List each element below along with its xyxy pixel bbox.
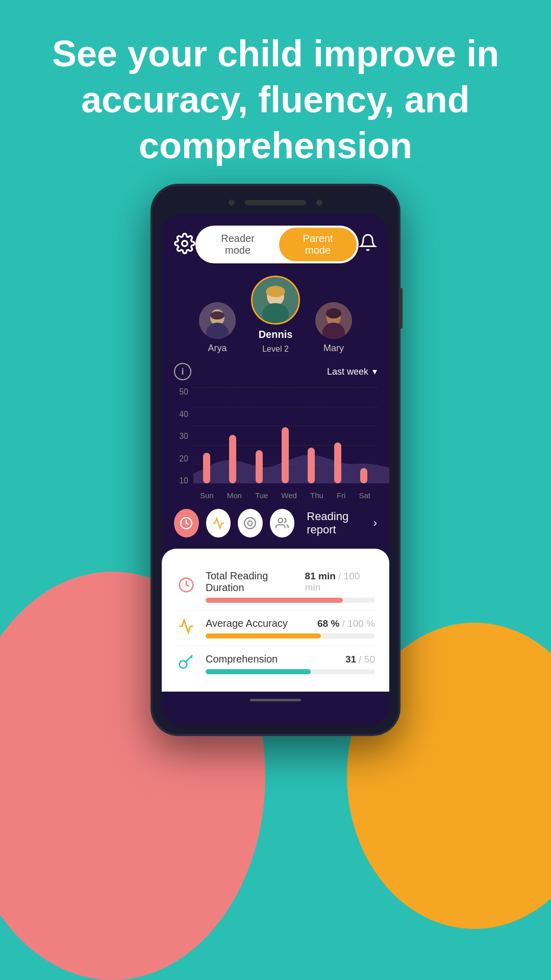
stat-value-duration: 81 min / 100 min (305, 571, 375, 593)
bar-sat (360, 468, 367, 483)
stat-title-row-duration: Total Reading Duration 81 min / 100 min (206, 570, 375, 594)
stat-current-duration: 81 min (305, 571, 336, 581)
stat-accuracy: Average Accuracy 68 % / 100 % (176, 610, 375, 646)
bar-thu-fill (308, 448, 315, 483)
hero-section: See your child improve in accuracy, flue… (31, 31, 520, 168)
svg-line-19 (186, 655, 192, 662)
svg-point-8 (266, 286, 285, 298)
chevron-down-icon: ▾ (372, 366, 377, 377)
y-label-40: 40 (174, 410, 188, 419)
stat-value-comprehension: 31 / 50 (345, 654, 375, 665)
chart-header: i Last week ▾ (174, 363, 377, 380)
bar-wed (282, 427, 289, 483)
avatar-item-arya[interactable]: Arya (199, 302, 236, 354)
avatar-item-dennis[interactable]: Dennis Level 2 (251, 276, 300, 354)
bars-labels: Sun Mon Tue Wed Thu Fri Sat (193, 491, 377, 500)
stat-info-comprehension: Comprehension 31 / 50 (206, 653, 375, 674)
stat-title-row-accuracy: Average Accuracy 68 % / 100 % (206, 618, 375, 629)
phone-mockup: Reader mode Parent mode (151, 184, 400, 736)
progress-bar-comprehension-fill (206, 669, 311, 674)
stat-info-accuracy: Average Accuracy 68 % / 100 % (206, 618, 375, 639)
bar-fri-fill (334, 443, 341, 483)
stat-comprehension: Comprehension 31 / 50 (176, 646, 375, 681)
stat-title-duration: Total Reading Duration (206, 570, 305, 594)
top-bar: Reader mode Parent mode (162, 214, 389, 271)
progress-bar-duration-fill (206, 598, 343, 603)
avatar-item-mary[interactable]: Mary (315, 302, 352, 354)
tab-duration[interactable] (174, 509, 199, 537)
chart-section: i Last week ▾ 50 40 30 20 10 (162, 354, 389, 500)
stat-current-comprehension: 31 (345, 654, 356, 665)
notification-bell-icon[interactable] (359, 233, 377, 256)
home-indicator (250, 699, 301, 701)
tab-comprehension[interactable] (270, 509, 295, 537)
reader-mode-button[interactable]: Reader mode (197, 228, 278, 261)
progress-bar-comprehension-bg (206, 669, 375, 674)
wave-icon (176, 618, 196, 638)
day-tue: Tue (255, 491, 268, 500)
svg-line-20 (191, 656, 192, 658)
bar-mon (229, 435, 236, 483)
y-label-20: 20 (174, 454, 188, 463)
stat-title-comprehension: Comprehension (206, 653, 278, 665)
stat-value-accuracy: 68 % / 100 % (317, 618, 375, 629)
avatar-arya-label: Arya (208, 343, 227, 354)
bar-wed-fill (282, 427, 289, 483)
y-label-30: 30 (174, 432, 188, 441)
avatar-mary-label: Mary (323, 343, 344, 354)
hero-title: See your child improve in accuracy, flue… (31, 31, 520, 168)
bar-thu (308, 448, 315, 483)
stat-info-duration: Total Reading Duration 81 min / 100 min (206, 570, 375, 603)
bar-mon-fill (229, 435, 236, 483)
day-fri: Fri (337, 491, 346, 500)
avatar-dennis-label: Dennis (259, 329, 293, 340)
svg-point-4 (210, 311, 224, 320)
day-wed: Wed (281, 491, 297, 500)
avatars-row: Arya Dennis Level 2 (162, 271, 389, 354)
bar-tue-fill (256, 450, 263, 483)
reading-report-label: Reading report (307, 510, 370, 536)
phone-bottom-bar (162, 692, 389, 704)
bars-container (193, 402, 377, 483)
stat-reading-duration: Total Reading Duration 81 min / 100 min (176, 563, 375, 610)
phone-side-button (399, 288, 403, 329)
chart-area: 50 40 30 20 10 (174, 387, 377, 500)
clock-icon (176, 577, 196, 597)
y-label-10: 10 (174, 476, 188, 485)
phone-speaker (245, 200, 306, 205)
progress-bar-accuracy-bg (206, 633, 375, 639)
phone-notch (162, 195, 389, 210)
tab-accuracy[interactable] (206, 509, 231, 537)
day-thu: Thu (310, 491, 323, 500)
bar-sat-fill (360, 468, 367, 483)
settings-icon[interactable] (174, 233, 195, 256)
svg-point-12 (326, 308, 341, 318)
stat-title-accuracy: Average Accuracy (206, 618, 288, 629)
svg-point-15 (248, 521, 253, 526)
bar-fri (334, 443, 341, 483)
day-sat: Sat (359, 491, 370, 500)
stat-current-accuracy: 68 % (317, 618, 339, 629)
reading-report-button[interactable]: Reading report › (307, 510, 377, 536)
time-filter-label: Last week (327, 366, 368, 377)
info-icon[interactable]: i (174, 363, 191, 380)
tab-fluency[interactable] (238, 509, 263, 537)
bar-tue (256, 450, 263, 483)
phone-sensor-dot (316, 200, 322, 206)
svg-point-0 (182, 241, 188, 247)
time-filter-dropdown[interactable]: Last week ▾ (327, 366, 377, 377)
key-icon (176, 654, 196, 674)
svg-point-14 (245, 518, 256, 529)
mode-toggle[interactable]: Reader mode Parent mode (195, 226, 359, 263)
day-mon: Mon (227, 491, 242, 500)
avatar-mary (315, 302, 352, 339)
avatar-arya (199, 302, 236, 339)
day-sun: Sun (200, 491, 214, 500)
chart-inner: Sun Mon Tue Wed Thu Fri Sat (193, 387, 377, 500)
y-label-50: 50 (174, 387, 188, 397)
bottom-tabs: Reading report › (162, 500, 389, 547)
parent-mode-button[interactable]: Parent mode (279, 228, 357, 261)
stat-max-comprehension: / 50 (359, 654, 375, 665)
chart-y-labels: 50 40 30 20 10 (174, 387, 188, 500)
phone-screen: Reader mode Parent mode (162, 214, 389, 725)
